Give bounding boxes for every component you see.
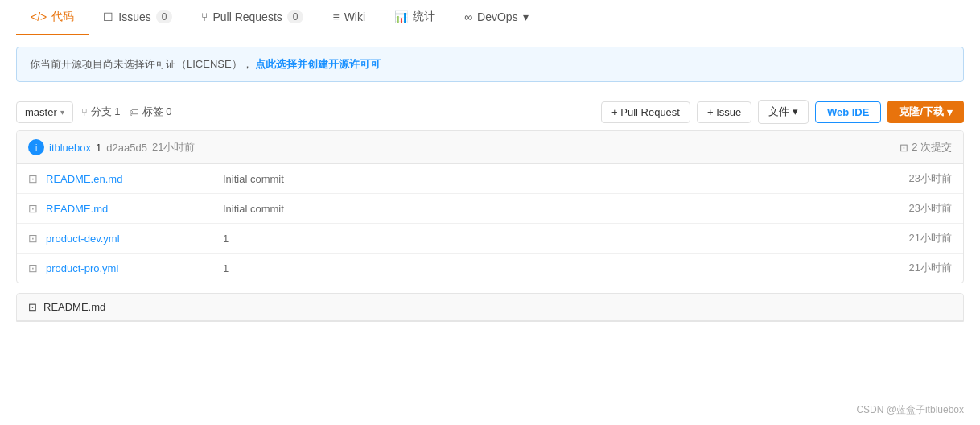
devops-dropdown-icon: ▾ xyxy=(523,10,529,23)
tab-wiki[interactable]: ≡ Wiki xyxy=(318,1,380,35)
file-name[interactable]: README.md xyxy=(46,203,207,215)
commit-username[interactable]: itbluebox xyxy=(49,142,91,154)
file-name[interactable]: product-dev.yml xyxy=(46,233,207,245)
commit-hash[interactable]: d2aa5d5 xyxy=(106,142,147,154)
clone-button-label: 克隆/下载 xyxy=(899,105,944,119)
table-row: ⊡ product-pro.yml 1 21小时前 xyxy=(17,254,963,283)
webide-button[interactable]: Web IDE xyxy=(815,101,882,123)
commit-time: 21小时前 xyxy=(152,140,195,155)
readme-header: ⊡ README.md xyxy=(17,294,963,321)
tag-icon: 🏷 xyxy=(129,106,139,118)
issues-icon: ☐ xyxy=(103,10,113,23)
tab-issues-label: Issues xyxy=(118,10,150,23)
commit-num: 1 xyxy=(96,142,101,154)
tab-devops-label: DevOps xyxy=(477,10,518,23)
commit-count: ⊡ 2 次提交 xyxy=(900,140,952,155)
nav-tabs: </> 代码 ☐ Issues 0 ⑂ Pull Requests 0 ≡ Wi… xyxy=(0,0,980,35)
branches-meta: ⑂ 分支 1 xyxy=(81,105,121,119)
readme-title: README.md xyxy=(43,301,105,313)
table-row: ⊡ product-dev.yml 1 21小时前 xyxy=(17,224,963,254)
branch-selector[interactable]: master ▾ xyxy=(16,101,73,123)
file-time: 21小时前 xyxy=(887,261,952,275)
commit-message: Initial commit xyxy=(207,173,887,185)
commit-message: 1 xyxy=(207,262,887,274)
tab-pull-requests[interactable]: ⑂ Pull Requests 0 xyxy=(187,1,318,35)
commit-count-icon: ⊡ xyxy=(900,142,908,154)
file-dropdown-icon: ▾ xyxy=(793,105,798,118)
code-icon: </> xyxy=(31,10,47,23)
tags-label: 标签 0 xyxy=(142,105,172,119)
tab-code[interactable]: </> 代码 xyxy=(16,0,89,35)
clone-button[interactable]: 克隆/下载 ▾ xyxy=(887,101,964,123)
file-name[interactable]: product-pro.yml xyxy=(46,262,207,274)
license-notice: 你当前开源项目尚未选择许可证（LICENSE）， 点此选择并创建开源许可可 xyxy=(16,47,964,82)
pull-requests-icon: ⑂ xyxy=(201,10,208,23)
readme-section: ⊡ README.md xyxy=(16,293,964,322)
pull-requests-badge: 0 xyxy=(287,10,304,23)
tab-stats-label: 统计 xyxy=(413,10,435,24)
file-list-container: i itbluebox 1 d2aa5d5 21小时前 ⊡ 2 次提交 ⊡ RE… xyxy=(16,130,964,283)
clone-dropdown-icon: ▾ xyxy=(947,106,953,118)
tab-wiki-label: Wiki xyxy=(344,10,365,23)
file-icon: ⊡ xyxy=(28,232,38,245)
stats-icon: 📊 xyxy=(394,10,408,23)
file-time: 21小时前 xyxy=(887,231,952,246)
tab-issues[interactable]: ☐ Issues 0 xyxy=(89,1,187,35)
tags-meta: 🏷 标签 0 xyxy=(129,105,172,119)
branch-icon: ⑂ xyxy=(81,106,88,118)
toolbar: master ▾ ⑂ 分支 1 🏷 标签 0 + Pull Request + … xyxy=(0,93,980,130)
toolbar-right: + Pull Request + Issue 文件 ▾ Web IDE 克隆/下… xyxy=(601,100,964,124)
tab-code-label: 代码 xyxy=(51,10,74,24)
commit-message: Initial commit xyxy=(207,203,887,215)
table-row: ⊡ README.md Initial commit 23小时前 xyxy=(17,194,963,224)
avatar: i xyxy=(28,139,44,155)
branch-name: master xyxy=(25,106,57,118)
pull-request-button[interactable]: + Pull Request xyxy=(601,101,690,123)
devops-icon: ∞ xyxy=(464,10,472,23)
commit-count-text: 2 次提交 xyxy=(912,140,952,155)
file-time: 23小时前 xyxy=(887,171,952,186)
file-time: 23小时前 xyxy=(887,201,952,216)
commit-message: 1 xyxy=(207,233,887,245)
issues-badge: 0 xyxy=(156,10,173,23)
branches-label: 分支 1 xyxy=(91,105,121,119)
issue-button[interactable]: + Issue xyxy=(697,101,751,123)
readme-icon: ⊡ xyxy=(28,301,37,313)
file-icon: ⊡ xyxy=(28,172,38,185)
license-notice-link[interactable]: 点此选择并创建开源许可可 xyxy=(255,58,381,70)
tab-devops[interactable]: ∞ DevOps ▾ xyxy=(450,1,543,35)
license-notice-text: 你当前开源项目尚未选择许可证（LICENSE）， xyxy=(30,58,253,70)
file-button[interactable]: 文件 ▾ xyxy=(758,100,809,124)
commit-header: i itbluebox 1 d2aa5d5 21小时前 ⊡ 2 次提交 xyxy=(17,131,963,164)
wiki-icon: ≡ xyxy=(332,10,339,23)
file-icon: ⊡ xyxy=(28,262,38,274)
tab-stats[interactable]: 📊 统计 xyxy=(380,0,450,35)
footer-attribution: CSDN @蓝盒子itbluebox xyxy=(856,403,964,417)
table-row: ⊡ README.en.md Initial commit 23小时前 xyxy=(17,164,963,194)
file-name[interactable]: README.en.md xyxy=(46,173,207,185)
file-button-label: 文件 xyxy=(768,105,789,118)
file-icon: ⊡ xyxy=(28,202,38,215)
branch-dropdown-icon: ▾ xyxy=(60,108,64,117)
tab-pull-requests-label: Pull Requests xyxy=(212,10,282,23)
page-wrapper: </> 代码 ☐ Issues 0 ⑂ Pull Requests 0 ≡ Wi… xyxy=(0,0,980,425)
